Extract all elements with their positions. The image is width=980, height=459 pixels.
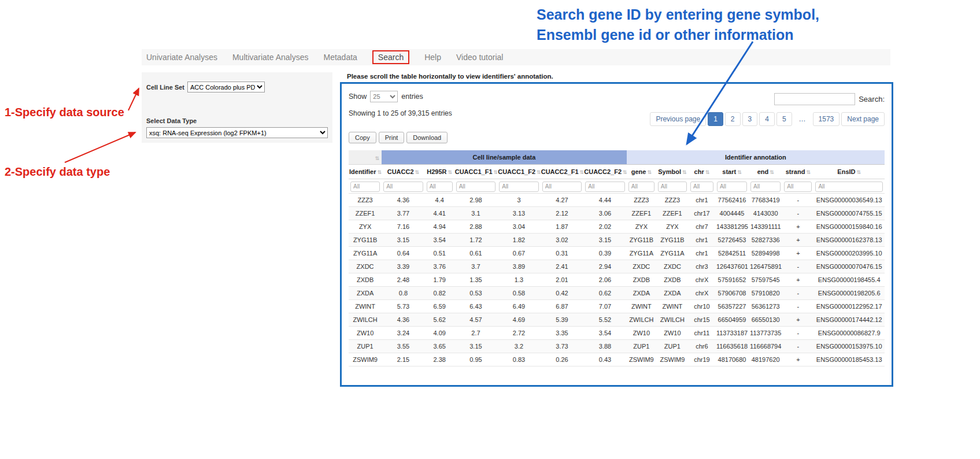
nav-item-help[interactable]: Help: [424, 53, 441, 62]
annotation-search-note-line1: Search gene ID by entering gene symbol,: [537, 5, 819, 25]
column-header-cuacc1_f1[interactable]: CUACC1_F1⇅: [454, 165, 498, 179]
column-header-symbol[interactable]: Symbol⇅: [656, 165, 689, 179]
filter-input-strand[interactable]: [784, 182, 812, 192]
column-header-cuacc2_f2[interactable]: CUACC2_F2⇅: [583, 165, 627, 179]
annotation-step2: 2-Specify data type: [5, 165, 110, 179]
column-header-strand[interactable]: strand⇅: [782, 165, 813, 179]
sort-icon[interactable]: ⇅: [377, 169, 382, 175]
filter-input-cuacc2_f2[interactable]: [585, 182, 625, 192]
cell: -: [782, 260, 813, 273]
column-header-cuacc2_f1[interactable]: CUACC2_F1⇅: [541, 165, 584, 179]
cell: chr19: [689, 353, 715, 366]
table-row[interactable]: ZZEF13.774.413.13.132.123.06ZZEF1ZZEF1ch…: [349, 206, 885, 220]
sort-icon[interactable]: ⇅: [737, 169, 742, 175]
nav-item-univariate-analyses[interactable]: Univariate Analyses: [146, 53, 217, 62]
data-type-select[interactable]: xsq: RNA-seq Expression (log2 FPKM+1): [146, 127, 328, 138]
cell: 4.41: [425, 206, 454, 220]
column-header-h295r[interactable]: H295R⇅: [425, 165, 454, 179]
download-button[interactable]: Download: [406, 132, 448, 143]
sort-icon[interactable]: ⇅: [770, 169, 774, 175]
table-row[interactable]: ZUP13.553.653.153.23.733.88ZUP1ZUP1chr61…: [349, 339, 885, 353]
filter-input-gene[interactable]: [628, 182, 654, 192]
page-button-2[interactable]: 2: [725, 112, 741, 126]
cell: chr1: [689, 233, 715, 246]
group-header-cell-line-sample-data: Cell line/sample data: [382, 150, 627, 165]
cell: 56357227: [715, 299, 749, 313]
column-header-cuacc1_f2[interactable]: CUACC1_F2⇅: [497, 165, 541, 179]
page-button-3[interactable]: 3: [742, 112, 758, 126]
next-page-button[interactable]: Next page: [841, 112, 885, 126]
previous-page-button[interactable]: Previous page: [650, 112, 706, 126]
group-header-identifier-sort[interactable]: ⇅: [349, 150, 382, 165]
table-row[interactable]: ZYG11B3.153.541.721.823.023.15ZYG11BZYG1…: [349, 233, 885, 246]
filter-cell: [627, 179, 656, 194]
table-row[interactable]: ZYG11A0.640.510.610.670.310.39ZYG11AZYG1…: [349, 246, 885, 260]
filter-input-cuacc1_f2[interactable]: [499, 182, 539, 192]
nav-item-multivariate-analyses[interactable]: Multivariate Analyses: [232, 53, 309, 62]
page-length-select[interactable]: 25: [370, 91, 398, 102]
table-row[interactable]: ZYX7.164.942.883.041.872.02ZYXZYXchr7143…: [349, 220, 885, 233]
sort-icon[interactable]: ⇅: [375, 156, 380, 161]
nav-item-video-tutorial[interactable]: Video tutorial: [456, 53, 503, 62]
column-header-cuacc2[interactable]: CUACC2⇅: [382, 165, 425, 179]
cell: ENSG00000074755.15: [813, 206, 885, 220]
column-label: start: [722, 168, 736, 175]
cell: 66504959: [715, 313, 749, 326]
search-input[interactable]: [774, 93, 855, 105]
cell: 4143030: [749, 206, 782, 220]
filter-input-end[interactable]: [750, 182, 781, 192]
cell: ENSG00000070476.15: [813, 260, 885, 273]
sort-icon[interactable]: ⇅: [448, 169, 453, 175]
cell: 3.76: [425, 260, 454, 273]
cell: 5.73: [382, 299, 425, 313]
cell: ZYG11B: [627, 233, 656, 246]
table-row[interactable]: ZWILCH4.365.624.574.695.395.52ZWILCHZWIL…: [349, 313, 885, 326]
sort-icon[interactable]: ⇅: [580, 169, 584, 175]
sort-icon[interactable]: ⇅: [494, 169, 498, 175]
sort-icon[interactable]: ⇅: [682, 169, 687, 175]
table-row[interactable]: ZXDB2.481.791.351.32.012.06ZXDBZXDBchrX5…: [349, 273, 885, 286]
cell: ZUP1: [349, 339, 382, 353]
column-header-gene[interactable]: gene⇅: [627, 165, 656, 179]
sort-icon[interactable]: ⇅: [806, 169, 811, 175]
cell-line-set-select[interactable]: ACC Colorado plus PDX: [187, 82, 265, 92]
table-row[interactable]: ZXDC3.393.763.73.892.412.94ZXDCZXDCchr31…: [349, 260, 885, 273]
column-label: CUACC2: [387, 168, 414, 175]
sort-icon[interactable]: ⇅: [857, 169, 861, 175]
filter-input-ensid[interactable]: [815, 182, 883, 192]
column-header-chr[interactable]: chr⇅: [689, 165, 715, 179]
sort-icon[interactable]: ⇅: [415, 169, 420, 175]
table-row[interactable]: ZW103.244.092.72.723.353.54ZW10ZW10chr11…: [349, 326, 885, 339]
sort-icon[interactable]: ⇅: [537, 169, 541, 175]
page-button-1573[interactable]: 1573: [813, 112, 840, 126]
column-header-ensid[interactable]: EnsID⇅: [813, 165, 885, 179]
nav-item-metadata[interactable]: Metadata: [323, 53, 357, 62]
table-row[interactable]: ZXDA0.80.820.530.580.420.62ZXDAZXDAchrX5…: [349, 286, 885, 299]
column-header-identifier[interactable]: Identifier⇅: [349, 165, 382, 179]
filter-input-cuacc2_f1[interactable]: [542, 182, 582, 192]
filter-input-symbol[interactable]: [658, 182, 687, 192]
sort-icon[interactable]: ⇅: [705, 169, 710, 175]
filter-input-h295r[interactable]: [427, 182, 453, 192]
page-button-5[interactable]: 5: [776, 112, 792, 126]
copy-button[interactable]: Copy: [349, 132, 376, 143]
page-button-1[interactable]: 1: [708, 112, 723, 126]
print-button[interactable]: Print: [379, 132, 405, 143]
table-row[interactable]: ZZZ34.364.42.9834.274.44ZZZ3ZZZ3chr17756…: [349, 193, 885, 206]
filter-input-cuacc2[interactable]: [383, 182, 423, 192]
page-length-control: Show 25 entries: [349, 91, 452, 102]
column-header-end[interactable]: end⇅: [749, 165, 782, 179]
page-button-4[interactable]: 4: [759, 112, 775, 126]
nav-item-search[interactable]: Search: [372, 50, 409, 64]
cell: 3.54: [583, 326, 627, 339]
filter-input-start[interactable]: [717, 182, 747, 192]
column-header-start[interactable]: start⇅: [715, 165, 749, 179]
filter-input-cuacc1_f1[interactable]: [456, 182, 496, 192]
filter-input-identifier[interactable]: [350, 182, 380, 192]
filter-input-chr[interactable]: [690, 182, 713, 192]
sort-icon[interactable]: ⇅: [647, 169, 652, 175]
cell: chrX: [689, 286, 715, 299]
table-row[interactable]: ZSWIM92.152.380.950.830.260.43ZSWIM9ZSWI…: [349, 353, 885, 366]
sort-icon[interactable]: ⇅: [623, 169, 627, 175]
table-row[interactable]: ZWINT5.736.596.436.496.877.07ZWINTZWINTc…: [349, 299, 885, 313]
